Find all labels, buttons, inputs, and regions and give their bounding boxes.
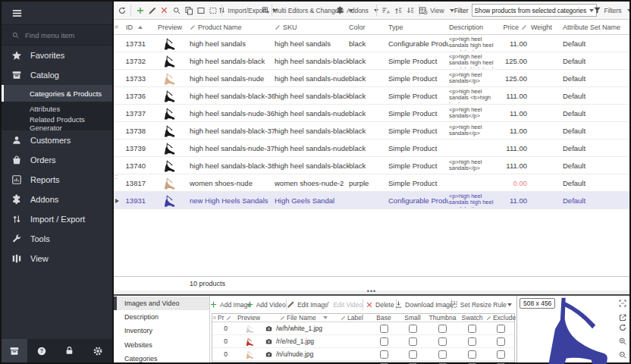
detail-tab[interactable]: Images and Video [114,297,209,310]
column-header-product-name[interactable]: Product Name [190,24,275,31]
zoom-out-icon[interactable] [618,350,627,359]
sidebar-item[interactable]: Tools [2,229,112,249]
small-checkbox[interactable] [409,325,417,333]
column-header-attribute-set[interactable]: Attribute Set Name [563,24,626,31]
detail-tab[interactable]: Inventory [114,324,209,337]
swatch-checkbox[interactable] [468,337,476,346]
edit-product-button[interactable] [146,3,158,18]
exclude-checkbox[interactable] [497,337,505,346]
rotate-icon[interactable] [618,323,627,332]
delete-image-button[interactable]: Delete [367,297,392,312]
download-image-button[interactable]: Download Image [400,297,447,312]
zoom-in-icon[interactable] [618,337,627,346]
small-checkbox[interactable] [409,350,417,359]
column-header-exclude[interactable]: Exclude [486,314,516,322]
image-row[interactable]: 0 /w/h/white_1.jpg [212,322,514,335]
column-header-weight[interactable]: Weight [531,24,563,31]
settings-gear-icon[interactable] [84,346,112,356]
select-button[interactable] [195,3,206,18]
edit-video-button[interactable]: Edit Video [326,297,359,312]
column-header-label[interactable]: Label [341,314,369,322]
table-row[interactable]: 13817 women shoes-nude women shoes-nude-… [114,174,629,192]
sidebar-item[interactable]: Reports [2,170,112,190]
exclude-checkbox[interactable] [497,350,505,359]
table-row[interactable]: 13737 high heel sandals-nude-36 high hee… [114,105,629,122]
column-header-id[interactable]: ID [121,24,150,31]
table-row[interactable]: 13738 high heel sandals-black-37 high he… [114,122,629,140]
panel-splitter-grip[interactable]: ⁚⁚ [115,176,120,179]
base-checkbox[interactable] [380,337,388,346]
category-filter-select[interactable]: Show products from selected categories [472,4,598,17]
column-header-description[interactable]: Description [449,24,496,31]
hamburger-menu-button[interactable] [2,2,112,24]
sidebar-subitem[interactable]: Categories & Products [2,85,112,102]
detail-tab[interactable]: Websites [114,338,209,352]
column-header-color[interactable]: Color [349,24,388,31]
sidebar-item[interactable]: Addons [2,190,112,209]
add-image-button[interactable]: Add Image [213,297,247,312]
actual-size-icon[interactable] [618,299,627,308]
column-header-thumbnail[interactable]: Thumbna [427,314,458,322]
thumbnail-checkbox[interactable] [438,325,447,333]
edit-image-button[interactable]: Edit Image [290,297,325,312]
copy-button[interactable] [183,3,194,18]
column-header-position[interactable]: Pr [218,314,233,322]
column-header-small[interactable]: Small [398,314,427,322]
column-header-base[interactable]: Base [369,314,398,322]
lock-icon[interactable] [55,346,83,356]
table-row[interactable]: 13736 high heel sandals-black-36 high he… [114,87,629,105]
column-header-preview[interactable]: Preview [233,314,265,322]
base-checkbox[interactable] [380,350,388,359]
sidebar-item[interactable]: Catalog [2,65,112,85]
table-row[interactable]: 13732 high heel sandals-black high heel … [114,52,629,70]
sidebar-item[interactable]: Favorites [2,46,112,65]
sort-attributes-button[interactable] [380,3,391,18]
sidebar-item[interactable]: Import / Export [2,209,112,229]
sidebar-item[interactable]: Customers [2,130,112,150]
image-row[interactable]: 0 /n/u/nude.jpg [212,348,514,361]
filters-menu[interactable]: Filters [598,3,627,18]
detail-tab[interactable]: Categories [114,352,209,364]
table-row[interactable]: 13931 new High Heels Sandals High Geels … [114,192,629,209]
table-row[interactable]: 13740 high heel sandals-black-38 high he… [114,157,629,174]
base-checkbox[interactable] [380,325,388,333]
add-video-button[interactable]: Add Video [249,297,282,312]
table-row[interactable]: 13733 high heel sandals-nude high heel s… [114,70,629,87]
sidebar-subitem[interactable]: Attributes [2,102,112,116]
sidebar-item[interactable]: Orders [2,150,112,170]
sidebar-subitem[interactable]: Related Products Generator [2,116,112,130]
sidebar-item[interactable]: View [2,249,112,268]
view-menu[interactable]: View [422,3,450,18]
multi-editors-menu[interactable]: Multi Editors & Changers [275,3,340,18]
more-options-button[interactable] [502,297,513,312]
set-resize-rule-button[interactable]: Set Resize Rule [456,297,501,312]
open-external-icon[interactable] [618,313,627,322]
column-header-swatch[interactable]: Swatch [458,314,486,322]
column-header-file-name[interactable]: File Name [265,314,341,322]
column-header-type[interactable]: Type [388,24,449,31]
add-product-button[interactable] [134,3,146,18]
image-row[interactable]: 0 /l/i/lilac_1.jpg [212,361,514,364]
thumbnail-checkbox[interactable] [438,337,447,346]
image-row[interactable]: 0 /r/e/red_1.jpg [212,335,514,348]
column-header-price[interactable]: Price [496,24,531,31]
menu-search-input[interactable] [25,31,101,39]
store-manager-icon[interactable] [2,339,27,362]
addons-menu[interactable]: Addons [341,3,374,18]
exclude-checkbox[interactable] [497,325,505,333]
delete-product-button[interactable] [159,3,170,18]
help-icon[interactable] [27,346,55,356]
swatch-checkbox[interactable] [468,325,476,333]
move-up-button[interactable] [392,3,403,18]
detail-tab[interactable]: Description [114,310,209,324]
swatch-checkbox[interactable] [468,350,476,359]
thumbnail-checkbox[interactable] [438,350,447,359]
refresh-button[interactable] [116,3,127,18]
table-row[interactable]: 13739 high heel sandals-nude-37 high hee… [114,140,629,157]
column-header-sku[interactable]: SKU [275,24,349,31]
column-header-preview[interactable]: Preview [150,24,190,31]
move-down-button[interactable] [404,3,416,18]
search-button[interactable] [171,3,182,18]
small-checkbox[interactable] [409,337,417,346]
table-row[interactable]: 13731 high heel sandals high heel sandal… [114,35,629,52]
